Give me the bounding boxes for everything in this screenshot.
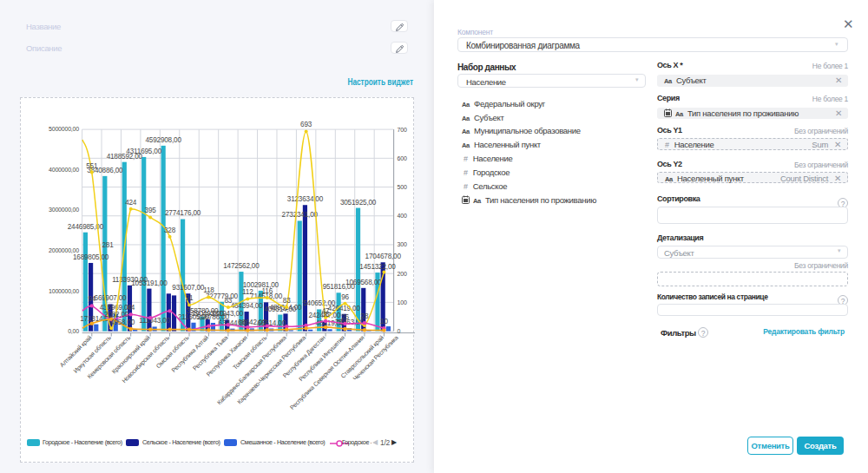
svg-text:112: 112 bbox=[242, 288, 253, 296]
svg-text:10: 10 bbox=[380, 318, 388, 325]
svg-text:2774176,00: 2774176,00 bbox=[165, 209, 201, 217]
svg-text:Республика Северная Осетия-Ала: Республика Северная Осетия-Алания bbox=[289, 334, 366, 411]
svg-text:0: 0 bbox=[398, 328, 401, 334]
svg-text:328: 328 bbox=[164, 227, 176, 234]
svg-text:1069568,00: 1069568,00 bbox=[345, 279, 382, 286]
svg-text:2000000,00: 2000000,00 bbox=[49, 247, 79, 253]
svg-text:400: 400 bbox=[398, 213, 407, 219]
svg-text:83: 83 bbox=[225, 297, 233, 305]
svg-text:4000000,00: 4000000,00 bbox=[49, 167, 79, 173]
svg-text:931607,00: 931607,00 bbox=[172, 284, 205, 292]
svg-text:4958,00: 4958,00 bbox=[110, 319, 135, 326]
svg-text:1472562,00: 1472562,00 bbox=[223, 262, 260, 270]
svg-text:100: 100 bbox=[398, 299, 407, 305]
svg-text:96: 96 bbox=[341, 293, 349, 301]
svg-text:2732341,00: 2732341,00 bbox=[282, 211, 319, 219]
svg-text:1053191,00: 1053191,00 bbox=[131, 279, 168, 287]
svg-text:Республика Тыва: Республика Тыва bbox=[192, 334, 230, 372]
svg-text:Алтайский край: Алтайский край bbox=[59, 334, 94, 369]
svg-text:281943,00: 281943,00 bbox=[211, 310, 244, 318]
svg-text:116: 116 bbox=[262, 287, 273, 295]
svg-text:424: 424 bbox=[125, 199, 137, 207]
svg-text:281: 281 bbox=[102, 241, 114, 249]
svg-text:4592908,00: 4592908,00 bbox=[146, 136, 182, 144]
svg-text:2082,00: 2082,00 bbox=[104, 311, 129, 319]
svg-text:4311695,00: 4311695,00 bbox=[126, 148, 161, 155]
svg-text:0,00: 0,00 bbox=[68, 328, 79, 334]
svg-text:600: 600 bbox=[398, 155, 407, 161]
svg-text:669907,00: 669907,00 bbox=[95, 294, 128, 302]
svg-text:3051925,00: 3051925,00 bbox=[340, 199, 377, 207]
svg-text:395: 395 bbox=[145, 207, 157, 214]
svg-text:35: 35 bbox=[322, 311, 330, 319]
svg-text:1451322,00: 1451322,00 bbox=[359, 263, 396, 271]
svg-text:94: 94 bbox=[88, 295, 95, 303]
svg-text:484394,00: 484394,00 bbox=[231, 302, 264, 310]
svg-text:551: 551 bbox=[86, 162, 98, 170]
svg-text:28: 28 bbox=[361, 312, 369, 320]
svg-text:500: 500 bbox=[398, 184, 407, 190]
svg-text:26: 26 bbox=[341, 313, 349, 321]
svg-text:91: 91 bbox=[186, 294, 194, 302]
svg-text:1000000,00: 1000000,00 bbox=[49, 288, 79, 294]
svg-text:1704678,00: 1704678,00 bbox=[365, 253, 402, 260]
svg-text:5000000,00: 5000000,00 bbox=[49, 126, 79, 132]
svg-text:300: 300 bbox=[398, 241, 407, 247]
svg-text:3000000,00: 3000000,00 bbox=[49, 207, 79, 213]
svg-text:Томская область: Томская область bbox=[232, 334, 268, 371]
svg-text:693: 693 bbox=[300, 121, 312, 128]
svg-text:3123634,00: 3123634,00 bbox=[287, 195, 324, 203]
svg-text:700: 700 bbox=[398, 127, 407, 133]
svg-text:426419,00: 426419,00 bbox=[328, 305, 361, 312]
svg-text:83: 83 bbox=[283, 297, 291, 305]
svg-text:118: 118 bbox=[203, 286, 214, 294]
svg-text:200: 200 bbox=[398, 271, 407, 277]
svg-text:111043,00: 111043,00 bbox=[139, 317, 170, 325]
svg-text:1689805,00: 1689805,00 bbox=[73, 253, 109, 261]
